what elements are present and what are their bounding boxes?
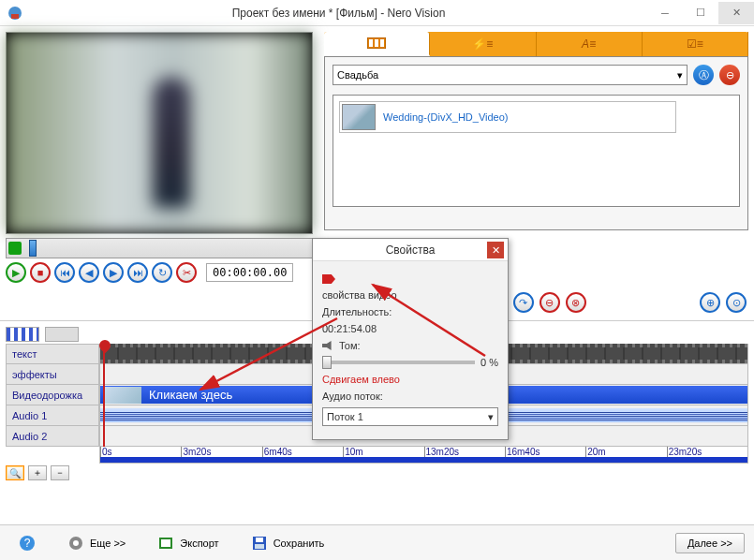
prev-frame-button[interactable]: ⏮ (54, 262, 75, 283)
close-button[interactable]: ✕ (718, 2, 754, 24)
zoom-in-button[interactable]: ＋ (28, 465, 47, 480)
duration-label: Длительность: (322, 306, 392, 317)
remove-button[interactable]: ⊖ (540, 292, 560, 313)
svg-rect-13 (256, 538, 263, 542)
track-label-text[interactable]: текст (6, 344, 99, 364)
next-frame-button[interactable]: ⏭ (127, 262, 148, 283)
help-icon: ? (19, 535, 36, 552)
volume-value: 0 % (480, 357, 498, 368)
export-button[interactable]: Экспорт (148, 531, 228, 555)
video-preview[interactable] (6, 32, 313, 234)
track-label-audio2[interactable]: Audio 2 (6, 426, 99, 447)
timeline-tab-2[interactable] (45, 327, 79, 342)
media-tabs: ⚡≡ A≡ ☑≡ (324, 32, 748, 56)
duration-value: 00:21:54.08 (322, 323, 498, 334)
media-item[interactable]: Wedding-(DivX_HD_Video) (339, 101, 676, 133)
more-button[interactable]: Еще >> (58, 531, 135, 555)
clip-thumb (104, 387, 141, 404)
floppy-icon (251, 535, 268, 552)
tab-media[interactable] (324, 32, 430, 56)
delete-media-button[interactable]: ⊖ (719, 65, 740, 85)
audio-stream-combo[interactable]: Поток 1 ▾ (322, 407, 498, 426)
chevron-down-icon: ▾ (488, 411, 494, 423)
filmstrip-icon (367, 37, 386, 49)
tab-effects[interactable]: ⚡≡ (430, 32, 536, 56)
zoom-fit-button[interactable]: 🔍 (6, 465, 24, 480)
dialog-titlebar[interactable]: Свойства ✕ (313, 239, 508, 261)
svg-text:?: ? (24, 537, 31, 550)
track-label-audio1[interactable]: Audio 1 (6, 405, 99, 426)
slide-note: Сдвигаем влево (322, 374, 498, 385)
maximize-button[interactable]: ☐ (683, 2, 718, 24)
preview-pane: ▶ ■ ⏮ ◀ ▶ ⏭ ↻ ✂ 00:00:00.00 (0, 26, 318, 320)
properties-dialog[interactable]: Свойства ✕ свойства видео Длительность: … (312, 238, 509, 440)
bottom-toolbar: ? Еще >> Экспорт Сохранить Далее >> (0, 524, 754, 560)
svg-point-9 (73, 540, 79, 546)
app-icon (7, 6, 22, 21)
tab-text[interactable]: A≡ (537, 32, 643, 56)
svg-rect-5 (380, 39, 384, 47)
play-button[interactable]: ▶ (6, 262, 26, 283)
help-button[interactable]: ? (9, 531, 45, 555)
add-button[interactable]: ⊕ (700, 292, 720, 313)
cut-button[interactable]: ✂ (176, 262, 197, 283)
svg-rect-1 (11, 14, 19, 19)
next-button[interactable]: Далее >> (675, 533, 745, 553)
minimize-button[interactable]: ─ (647, 2, 683, 24)
pin-icon (322, 274, 335, 284)
media-folder-combo[interactable]: Свадьба ▾ (333, 65, 687, 85)
stop-button[interactable]: ■ (30, 262, 51, 283)
scrub-bar[interactable] (6, 238, 313, 258)
svg-rect-3 (369, 39, 373, 47)
import-button[interactable]: ⊙ (726, 292, 747, 313)
tab-list[interactable]: ☑≡ (643, 32, 748, 56)
window-title: Проект без имени * [Фильм] - Nero Vision (30, 7, 647, 20)
film-export-icon (157, 535, 174, 552)
select-all-button[interactable]: Ⓐ (693, 65, 714, 85)
combo-value: Свадьба (337, 69, 378, 81)
redo-button[interactable]: ↷ (513, 292, 534, 313)
dialog-close-button[interactable]: ✕ (487, 242, 504, 258)
section-label: свойства видео (322, 289, 498, 301)
step-back-button[interactable]: ◀ (79, 262, 99, 283)
track-label-effects[interactable]: эффекты (6, 364, 99, 385)
time-ruler[interactable]: 0s 3m20s 6m40s 10m 13m20s 16m40s 20m 23m… (99, 447, 748, 464)
track-label-video[interactable]: Видеодорожка (6, 385, 99, 405)
media-list: Wedding-(DivX_HD_Video) (333, 95, 740, 207)
clear-button[interactable]: ⊗ (566, 292, 586, 313)
clip-label: Кликаем здесь (149, 388, 232, 402)
scrub-marker[interactable] (29, 240, 37, 257)
media-thumb (342, 104, 376, 130)
media-item-name: Wedding-(DivX_HD_Video) (383, 111, 509, 123)
step-fwd-button[interactable]: ▶ (103, 262, 124, 283)
timecode[interactable]: 00:00:00.00 (206, 263, 293, 282)
transport-controls: ▶ ■ ⏮ ◀ ▶ ⏭ ↻ ✂ 00:00:00.00 (6, 262, 313, 283)
titlebar: Проект без имени * [Фильм] - Nero Vision… (0, 0, 754, 26)
timeline-tab-1[interactable] (6, 327, 39, 342)
svg-rect-14 (255, 544, 264, 549)
svg-rect-11 (161, 539, 170, 547)
speaker-icon (322, 341, 333, 350)
chevron-down-icon: ▾ (677, 69, 683, 81)
svg-rect-4 (375, 39, 378, 47)
zoom-out-button[interactable]: － (51, 465, 69, 480)
loop-button[interactable]: ↻ (152, 262, 172, 283)
volume-label: Том: (339, 340, 361, 351)
save-button[interactable]: Сохранить (242, 531, 334, 555)
audio-stream-label: Аудио поток: (322, 391, 498, 402)
gear-icon (67, 535, 84, 552)
volume-slider[interactable] (322, 361, 475, 364)
